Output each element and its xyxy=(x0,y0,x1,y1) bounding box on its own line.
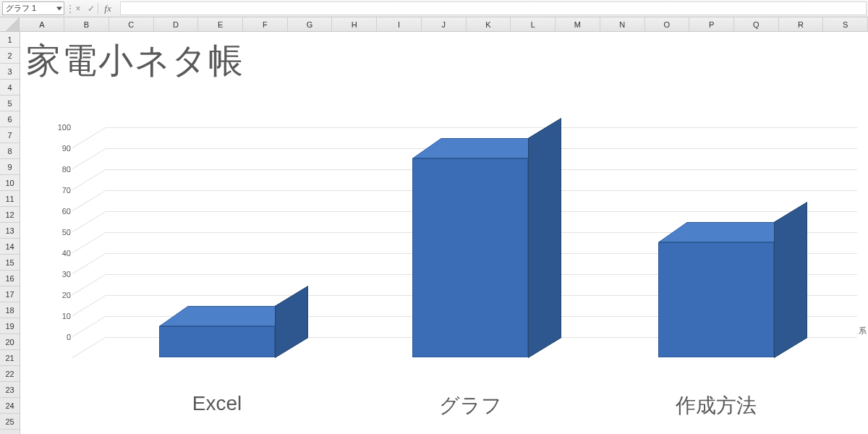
name-box[interactable]: グラフ 1 xyxy=(2,1,64,15)
cancel-button[interactable]: × xyxy=(72,0,85,17)
row-header-column: 1234567891011121314151617181920212223242… xyxy=(0,32,20,434)
row-header[interactable]: 5 xyxy=(0,95,20,111)
chevron-down-icon[interactable] xyxy=(56,7,62,10)
separator-dots-icon xyxy=(66,0,72,17)
category-label: グラフ xyxy=(383,392,557,420)
formula-input[interactable] xyxy=(120,1,867,15)
column-header[interactable]: I xyxy=(377,17,422,31)
close-icon: × xyxy=(75,4,80,14)
worksheet-grid: 1234567891011121314151617181920212223242… xyxy=(0,32,868,434)
name-box-value: グラフ 1 xyxy=(6,3,36,14)
column-header[interactable]: G xyxy=(288,17,333,31)
column-header[interactable]: O xyxy=(645,17,690,31)
row-header[interactable]: 7 xyxy=(0,127,20,143)
column-header[interactable]: H xyxy=(332,17,377,31)
row-header[interactable]: 12 xyxy=(0,207,20,223)
category-label: Excel xyxy=(130,392,304,415)
row-header[interactable]: 14 xyxy=(0,239,20,255)
row-header[interactable]: 19 xyxy=(0,318,20,334)
column-header[interactable]: E xyxy=(198,17,243,31)
fx-icon: fx xyxy=(104,3,111,14)
row-header[interactable]: 21 xyxy=(0,350,20,366)
y-axis-tick: 40 xyxy=(49,249,71,258)
row-header[interactable]: 8 xyxy=(0,143,20,159)
row-header[interactable]: 13 xyxy=(0,223,20,239)
row-header[interactable]: 6 xyxy=(0,111,20,127)
insert-function-button[interactable]: fx xyxy=(98,0,117,17)
row-header[interactable]: 2 xyxy=(0,48,20,64)
select-all-corner[interactable] xyxy=(0,17,20,31)
column-header[interactable]: C xyxy=(109,17,154,31)
column-header[interactable]: F xyxy=(243,17,288,31)
row-header[interactable]: 11 xyxy=(0,191,20,207)
y-axis-tick: 80 xyxy=(49,165,71,174)
y-axis-tick: 60 xyxy=(49,207,71,216)
column-header[interactable]: M xyxy=(556,17,600,31)
row-header[interactable]: 20 xyxy=(0,334,20,350)
row-header[interactable]: 9 xyxy=(0,159,20,175)
row-header[interactable]: 4 xyxy=(0,80,20,95)
row-header[interactable]: 23 xyxy=(0,382,20,398)
enter-button[interactable]: ✓ xyxy=(85,0,98,17)
y-axis-tick: 90 xyxy=(49,144,71,153)
y-axis-tick: 100 xyxy=(49,123,71,132)
category-label: 作成方法 xyxy=(629,392,803,420)
legend-series-label: 系 xyxy=(859,326,867,336)
row-header[interactable]: 16 xyxy=(0,271,20,286)
column-header[interactable]: D xyxy=(154,17,199,31)
column-header[interactable]: K xyxy=(467,17,511,31)
row-header[interactable]: 10 xyxy=(0,175,20,191)
row-header[interactable]: 24 xyxy=(0,398,20,414)
embedded-chart[interactable]: 家電小ネタ帳 0102030405060708090100Excelグラフ作成方… xyxy=(22,32,868,433)
row-header[interactable]: 18 xyxy=(0,302,20,318)
column-header[interactable]: R xyxy=(779,17,824,31)
formula-bar: グラフ 1 × ✓ fx xyxy=(0,0,868,17)
row-header[interactable]: 15 xyxy=(0,255,20,271)
chart-title[interactable]: 家電小ネタ帳 xyxy=(22,32,868,84)
row-header[interactable]: 3 xyxy=(0,64,20,80)
column-header-row: ABCDEFGHIJKLMNOPQRS xyxy=(0,17,868,32)
column-header[interactable]: S xyxy=(823,17,868,31)
y-axis-tick: 50 xyxy=(49,228,71,237)
y-axis-tick: 10 xyxy=(49,312,71,320)
plot-area[interactable]: 0102030405060708090100Excelグラフ作成方法 xyxy=(51,126,857,372)
row-header[interactable]: 22 xyxy=(0,366,20,382)
column-header[interactable]: P xyxy=(689,17,734,31)
row-header[interactable]: 1 xyxy=(0,32,20,48)
y-axis-tick: 20 xyxy=(49,291,71,299)
row-header[interactable]: 25 xyxy=(0,414,20,430)
y-axis-tick: 70 xyxy=(49,186,71,195)
row-header[interactable]: 17 xyxy=(0,286,20,302)
check-icon: ✓ xyxy=(88,4,95,14)
y-axis-tick: 30 xyxy=(49,270,71,278)
column-header[interactable]: J xyxy=(422,17,467,31)
sheet-area[interactable]: 家電小ネタ帳 0102030405060708090100Excelグラフ作成方… xyxy=(20,32,868,434)
column-header[interactable]: N xyxy=(600,17,645,31)
column-header[interactable]: Q xyxy=(734,17,779,31)
y-axis-tick: 0 xyxy=(49,333,71,341)
column-header[interactable]: L xyxy=(511,17,556,31)
column-header[interactable]: A xyxy=(20,17,64,31)
column-header[interactable]: B xyxy=(64,17,109,31)
